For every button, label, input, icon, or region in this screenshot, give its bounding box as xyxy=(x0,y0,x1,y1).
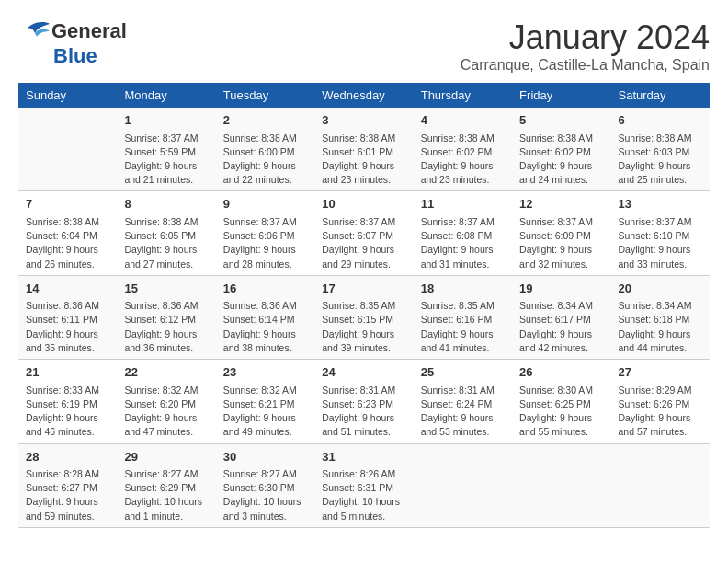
day-number: 25 xyxy=(421,363,505,382)
day-info: Sunrise: 8:27 AMSunset: 6:29 PMDaylight:… xyxy=(124,467,208,523)
day-number: 15 xyxy=(124,280,208,298)
day-number: 27 xyxy=(619,363,702,382)
calendar-cell: 31Sunrise: 8:26 AMSunset: 6:31 PMDayligh… xyxy=(314,443,413,527)
day-number: 30 xyxy=(223,448,307,466)
calendar-cell: 9Sunrise: 8:37 AMSunset: 6:06 PMDaylight… xyxy=(216,191,314,275)
page-header: General Blue January 2024 Carranque, Cas… xyxy=(18,18,710,74)
day-info: Sunrise: 8:31 AMSunset: 6:23 PMDaylight:… xyxy=(322,384,405,440)
calendar-cell: 14Sunrise: 8:36 AMSunset: 6:11 PMDayligh… xyxy=(18,275,117,359)
calendar-cell: 20Sunrise: 8:34 AMSunset: 6:18 PMDayligh… xyxy=(611,275,710,359)
day-number: 11 xyxy=(421,195,505,213)
day-number: 7 xyxy=(26,195,109,213)
weekday-header-wednesday: Wednesday xyxy=(314,83,413,108)
week-row-1: 1Sunrise: 8:37 AMSunset: 5:59 PMDaylight… xyxy=(18,108,710,191)
calendar-cell: 11Sunrise: 8:37 AMSunset: 6:08 PMDayligh… xyxy=(414,191,512,275)
day-number: 24 xyxy=(322,363,405,382)
weekday-header-saturday: Saturday xyxy=(611,83,710,108)
weekday-header-monday: Monday xyxy=(117,83,215,108)
location-text: Carranque, Castille-La Mancha, Spain xyxy=(461,57,710,74)
day-number: 3 xyxy=(322,111,405,130)
calendar-cell: 21Sunrise: 8:33 AMSunset: 6:19 PMDayligh… xyxy=(18,360,117,443)
day-info: Sunrise: 8:29 AMSunset: 6:26 PMDaylight:… xyxy=(619,384,702,440)
day-info: Sunrise: 8:38 AMSunset: 6:00 PMDaylight:… xyxy=(223,132,307,188)
day-info: Sunrise: 8:36 AMSunset: 6:11 PMDaylight:… xyxy=(26,299,109,355)
month-title: January 2024 xyxy=(461,18,710,57)
day-number: 10 xyxy=(322,195,405,213)
day-info: Sunrise: 8:30 AMSunset: 6:25 PMDaylight:… xyxy=(519,384,603,440)
week-row-5: 28Sunrise: 8:28 AMSunset: 6:27 PMDayligh… xyxy=(18,443,710,527)
calendar-cell: 29Sunrise: 8:27 AMSunset: 6:29 PMDayligh… xyxy=(117,443,215,527)
day-number: 31 xyxy=(322,448,405,466)
day-number: 4 xyxy=(421,111,505,130)
calendar-cell: 25Sunrise: 8:31 AMSunset: 6:24 PMDayligh… xyxy=(414,360,512,443)
day-number: 20 xyxy=(619,280,702,298)
calendar-cell: 27Sunrise: 8:29 AMSunset: 6:26 PMDayligh… xyxy=(611,360,710,443)
calendar-cell: 24Sunrise: 8:31 AMSunset: 6:23 PMDayligh… xyxy=(314,360,413,443)
day-info: Sunrise: 8:38 AMSunset: 6:05 PMDaylight:… xyxy=(124,215,208,271)
week-row-4: 21Sunrise: 8:33 AMSunset: 6:19 PMDayligh… xyxy=(18,360,710,443)
day-number: 19 xyxy=(519,280,603,298)
week-row-2: 7Sunrise: 8:38 AMSunset: 6:04 PMDaylight… xyxy=(18,191,710,275)
calendar-cell: 3Sunrise: 8:38 AMSunset: 6:01 PMDaylight… xyxy=(314,108,413,191)
calendar-cell: 1Sunrise: 8:37 AMSunset: 5:59 PMDaylight… xyxy=(117,108,215,191)
calendar-cell: 13Sunrise: 8:37 AMSunset: 6:10 PMDayligh… xyxy=(611,191,710,275)
day-number: 17 xyxy=(322,280,405,298)
day-number: 14 xyxy=(26,280,109,298)
day-number: 12 xyxy=(519,195,603,213)
day-info: Sunrise: 8:37 AMSunset: 6:10 PMDaylight:… xyxy=(619,215,702,271)
week-row-3: 14Sunrise: 8:36 AMSunset: 6:11 PMDayligh… xyxy=(18,275,710,359)
weekday-header-row: SundayMondayTuesdayWednesdayThursdayFrid… xyxy=(18,83,710,108)
calendar-cell: 30Sunrise: 8:27 AMSunset: 6:30 PMDayligh… xyxy=(216,443,314,527)
day-info: Sunrise: 8:37 AMSunset: 6:07 PMDaylight:… xyxy=(322,215,405,271)
day-number: 26 xyxy=(519,363,603,382)
calendar-cell: 6Sunrise: 8:38 AMSunset: 6:03 PMDaylight… xyxy=(611,108,710,191)
day-info: Sunrise: 8:35 AMSunset: 6:15 PMDaylight:… xyxy=(322,299,405,355)
day-info: Sunrise: 8:37 AMSunset: 6:09 PMDaylight:… xyxy=(519,215,603,271)
weekday-header-sunday: Sunday xyxy=(18,83,117,108)
calendar-cell: 16Sunrise: 8:36 AMSunset: 6:14 PMDayligh… xyxy=(216,275,314,359)
calendar-cell: 19Sunrise: 8:34 AMSunset: 6:17 PMDayligh… xyxy=(512,275,610,359)
calendar-cell: 5Sunrise: 8:38 AMSunset: 6:02 PMDaylight… xyxy=(512,108,610,191)
calendar-cell: 22Sunrise: 8:32 AMSunset: 6:20 PMDayligh… xyxy=(117,360,215,443)
day-number: 21 xyxy=(26,363,109,382)
calendar-cell: 10Sunrise: 8:37 AMSunset: 6:07 PMDayligh… xyxy=(314,191,413,275)
calendar-cell xyxy=(414,443,512,527)
day-number: 28 xyxy=(26,448,109,466)
day-info: Sunrise: 8:35 AMSunset: 6:16 PMDaylight:… xyxy=(421,299,505,355)
calendar-cell xyxy=(18,108,117,191)
day-number: 23 xyxy=(223,363,307,382)
day-info: Sunrise: 8:37 AMSunset: 5:59 PMDaylight:… xyxy=(124,132,208,188)
day-info: Sunrise: 8:31 AMSunset: 6:24 PMDaylight:… xyxy=(421,384,505,440)
calendar-cell: 18Sunrise: 8:35 AMSunset: 6:16 PMDayligh… xyxy=(414,275,512,359)
day-number: 18 xyxy=(421,280,505,298)
calendar-cell: 12Sunrise: 8:37 AMSunset: 6:09 PMDayligh… xyxy=(512,191,610,275)
day-info: Sunrise: 8:37 AMSunset: 6:08 PMDaylight:… xyxy=(421,215,505,271)
logo-general-text: General xyxy=(51,19,127,43)
calendar-cell xyxy=(611,443,710,527)
day-number: 22 xyxy=(124,363,208,382)
day-number: 1 xyxy=(124,111,208,130)
day-info: Sunrise: 8:34 AMSunset: 6:17 PMDaylight:… xyxy=(519,299,603,355)
day-info: Sunrise: 8:34 AMSunset: 6:18 PMDaylight:… xyxy=(619,299,702,355)
day-info: Sunrise: 8:26 AMSunset: 6:31 PMDaylight:… xyxy=(322,467,405,523)
day-info: Sunrise: 8:33 AMSunset: 6:19 PMDaylight:… xyxy=(26,384,109,440)
logo: General Blue xyxy=(18,18,127,68)
weekday-header-tuesday: Tuesday xyxy=(216,83,314,108)
calendar-cell: 17Sunrise: 8:35 AMSunset: 6:15 PMDayligh… xyxy=(314,275,413,359)
calendar-cell: 2Sunrise: 8:38 AMSunset: 6:00 PMDaylight… xyxy=(216,108,314,191)
day-info: Sunrise: 8:32 AMSunset: 6:21 PMDaylight:… xyxy=(223,384,307,440)
logo-blue-text: Blue xyxy=(53,44,97,68)
calendar-cell: 7Sunrise: 8:38 AMSunset: 6:04 PMDaylight… xyxy=(18,191,117,275)
logo-bird-icon xyxy=(18,18,51,44)
calendar-cell: 8Sunrise: 8:38 AMSunset: 6:05 PMDaylight… xyxy=(117,191,215,275)
calendar-cell: 23Sunrise: 8:32 AMSunset: 6:21 PMDayligh… xyxy=(216,360,314,443)
day-number: 6 xyxy=(619,111,702,130)
day-info: Sunrise: 8:38 AMSunset: 6:01 PMDaylight:… xyxy=(322,132,405,188)
day-info: Sunrise: 8:38 AMSunset: 6:04 PMDaylight:… xyxy=(26,215,109,271)
day-info: Sunrise: 8:28 AMSunset: 6:27 PMDaylight:… xyxy=(26,467,109,523)
day-number: 2 xyxy=(223,111,307,130)
title-section: January 2024 Carranque, Castille-La Manc… xyxy=(461,18,710,74)
day-number: 5 xyxy=(519,111,603,130)
day-number: 16 xyxy=(223,280,307,298)
calendar-cell: 28Sunrise: 8:28 AMSunset: 6:27 PMDayligh… xyxy=(18,443,117,527)
